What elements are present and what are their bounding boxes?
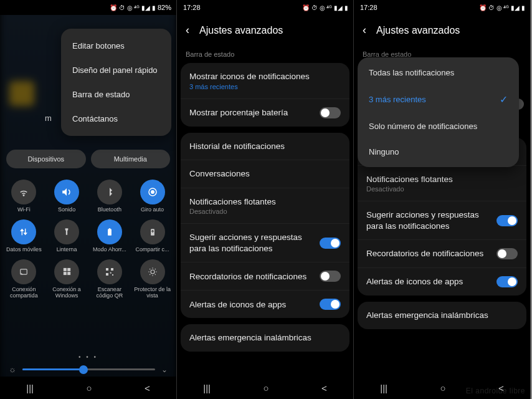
screen-advanced-settings-dropdown: 17:28 ⏰ ⏱ ◎ ⁴ᴳ ▮◢ ▮ ‹ Ajustes avanzados … bbox=[354, 0, 531, 399]
opt-3-recent[interactable]: 3 más recientes✓ bbox=[358, 85, 519, 113]
qs-hotspot[interactable]: Conexión compartida bbox=[2, 259, 45, 299]
qs-windows[interactable]: Conexión a Windows bbox=[45, 259, 88, 299]
nav-back[interactable]: < bbox=[321, 383, 327, 393]
nav-recents[interactable]: ||| bbox=[380, 383, 387, 393]
back-icon[interactable]: ‹ bbox=[186, 24, 189, 37]
toggle-suggest[interactable] bbox=[496, 215, 518, 226]
nav-back[interactable]: < bbox=[145, 383, 150, 393]
svg-point-16 bbox=[151, 270, 154, 274]
row-reminders[interactable]: Recordatorios de notificaciones bbox=[181, 262, 349, 290]
status-icons: ⏰ ⏱ ◎ ⁴ᴳ ▮◢ ▮ bbox=[479, 4, 525, 11]
toggle-reminders[interactable] bbox=[320, 271, 341, 282]
qs-flashlight[interactable]: Linterna bbox=[45, 219, 88, 253]
chevron-down-icon[interactable]: ⌄ bbox=[161, 365, 168, 374]
toggle-reminders[interactable] bbox=[496, 248, 518, 259]
toggle-app-alerts[interactable] bbox=[496, 276, 518, 287]
toggle-suggest[interactable] bbox=[320, 238, 341, 249]
qs-autorotate[interactable]: Giro auto bbox=[131, 180, 174, 213]
overflow-menu: Editar botones Diseño del panel rápido B… bbox=[61, 29, 171, 136]
row-reminders[interactable]: Recordatorios de notificaciones bbox=[358, 239, 526, 267]
nav-recents[interactable]: ||| bbox=[203, 383, 211, 393]
qs-share[interactable]: Compartir c... bbox=[131, 219, 174, 253]
flashlight-icon bbox=[54, 219, 79, 244]
group-notifications: Historial de notificaciones Conversacion… bbox=[181, 133, 349, 319]
qs-powersave[interactable]: Modo Ahorr... bbox=[88, 219, 131, 253]
pill-devices[interactable]: Dispositivos bbox=[6, 150, 86, 168]
sun-low-icon: ☼ bbox=[9, 365, 16, 374]
svg-point-2 bbox=[151, 191, 154, 194]
qr-icon bbox=[97, 259, 122, 284]
opt-all[interactable]: Todas las notificaciones bbox=[358, 60, 519, 85]
svg-rect-11 bbox=[106, 268, 108, 271]
opt-none[interactable]: Ninguno bbox=[358, 139, 519, 165]
status-time: 17:28 bbox=[183, 4, 201, 11]
battery-text: 82% bbox=[158, 4, 171, 11]
row-history[interactable]: Historial de notificaciones bbox=[181, 133, 349, 160]
opt-number-only[interactable]: Solo número de notificaciones bbox=[358, 113, 519, 139]
nav-recents[interactable]: ||| bbox=[26, 383, 34, 393]
qs-qr[interactable]: Escanear código QR bbox=[88, 259, 131, 299]
row-battery-percentage[interactable]: Mostrar porcentaje batería bbox=[181, 99, 349, 127]
status-time: 17:28 bbox=[360, 4, 378, 11]
row-conversations[interactable]: Conversaciones bbox=[181, 160, 349, 188]
qs-bluetooth[interactable]: Bluetooth bbox=[88, 180, 131, 213]
back-icon[interactable]: ‹ bbox=[363, 24, 366, 37]
toggle-battery-pct[interactable] bbox=[320, 107, 341, 118]
row-floating[interactable]: Notificaciones flotantes Desactivado bbox=[181, 188, 349, 224]
row-app-alerts[interactable]: Alertas de iconos de apps bbox=[181, 290, 349, 318]
toggle-app-alerts[interactable] bbox=[320, 299, 341, 310]
settings-header: ‹ Ajustes avanzados bbox=[354, 15, 530, 48]
svg-rect-10 bbox=[67, 272, 70, 275]
qs-mobiledata[interactable]: Datos móviles bbox=[2, 219, 45, 253]
eye-icon bbox=[140, 259, 165, 284]
slider-thumb[interactable] bbox=[79, 365, 88, 374]
slider-track[interactable] bbox=[22, 368, 155, 370]
menu-contact-us[interactable]: Contáctanos bbox=[61, 107, 171, 131]
status-bar: 17:28 ⏰ ⏱ ◎ ⁴ᴳ ▮◢ ▮ bbox=[354, 0, 530, 15]
share-icon bbox=[140, 219, 165, 244]
row-show-notification-icons[interactable]: Mostrar iconos de notificaciones 3 más r… bbox=[181, 63, 349, 99]
pill-multimedia[interactable]: Multimedia bbox=[91, 150, 171, 168]
truncated-text: m bbox=[45, 113, 52, 123]
bluetooth-icon bbox=[97, 180, 122, 204]
menu-status-bar[interactable]: Barra de estado bbox=[61, 82, 171, 107]
svg-rect-8 bbox=[67, 268, 70, 271]
svg-rect-7 bbox=[64, 268, 67, 271]
screen-quicksettings: ⏰ ⏱ ◎ ⁴ᴳ ▮◢ ▮ 82% Editar botones Diseño … bbox=[0, 0, 177, 399]
pill-row: Dispositivos Multimedia bbox=[0, 150, 176, 168]
page-title: Ajustes avanzados bbox=[199, 25, 283, 36]
row-suggest[interactable]: Sugerir acciones y respuestas para las n… bbox=[181, 223, 349, 262]
qs-wifi[interactable]: Wi-Fi bbox=[2, 180, 45, 213]
page-title: Ajustes avanzados bbox=[376, 25, 460, 36]
svg-rect-12 bbox=[111, 268, 113, 271]
row-wireless-alerts[interactable]: Alertas emergencia inalámbricas bbox=[181, 324, 349, 352]
status-icons: ⏰ ⏱ ◎ ⁴ᴳ ▮◢ ▮ bbox=[302, 4, 348, 11]
svg-rect-15 bbox=[112, 274, 113, 276]
row-floating[interactable]: Notificaciones flotantes Desactivado bbox=[358, 165, 526, 201]
nav-home[interactable]: ○ bbox=[263, 383, 268, 393]
menu-edit-buttons[interactable]: Editar botones bbox=[61, 34, 171, 58]
group-statusbar: Mostrar iconos de notificaciones 3 más r… bbox=[181, 63, 349, 127]
nav-home[interactable]: ○ bbox=[440, 383, 445, 393]
notification-icons-dropdown: Todas las notificaciones 3 más recientes… bbox=[358, 57, 519, 167]
nav-bar: ||| ○ < bbox=[0, 377, 176, 399]
data-icon bbox=[11, 219, 36, 244]
nav-home[interactable]: ○ bbox=[86, 383, 92, 393]
watermark: El androide libre bbox=[466, 387, 525, 395]
nav-bar: ||| ○ < bbox=[177, 377, 353, 399]
check-icon: ✓ bbox=[500, 94, 508, 105]
qs-sound[interactable]: Sonido bbox=[45, 180, 88, 213]
rotate-icon bbox=[140, 180, 165, 204]
quick-settings-grid: Wi-Fi Sonido Bluetooth Giro auto Datos m… bbox=[0, 176, 176, 303]
brightness-slider[interactable]: • • • ☼ ⌄ bbox=[0, 365, 176, 374]
screen-advanced-settings: 17:28 ⏰ ⏱ ◎ ⁴ᴳ ▮◢ ▮ ‹ Ajustes avanzados … bbox=[177, 0, 354, 399]
status-icons: ⏰ ⏱ ◎ ⁴ᴳ ▮◢ ▮ bbox=[110, 4, 156, 11]
row-suggest[interactable]: Sugerir acciones y respuestas para las n… bbox=[358, 201, 526, 239]
row-wireless-alerts[interactable]: Alertas emergencia inalámbricas bbox=[358, 302, 526, 329]
menu-panel-layout[interactable]: Diseño del panel rápido bbox=[61, 58, 171, 82]
status-bar: ⏰ ⏱ ◎ ⁴ᴳ ▮◢ ▮ 82% bbox=[0, 0, 176, 15]
group-wireless: Alertas emergencia inalámbricas bbox=[181, 324, 349, 352]
qs-eyecomfort[interactable]: Protector de la vista bbox=[131, 259, 174, 299]
row-app-alerts[interactable]: Alertas de iconos de apps bbox=[358, 267, 526, 296]
svg-rect-14 bbox=[110, 272, 112, 273]
